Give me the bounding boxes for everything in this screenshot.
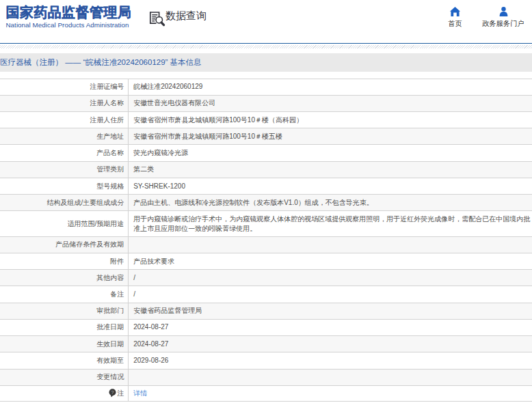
svg-text:?: ? — [111, 390, 114, 396]
